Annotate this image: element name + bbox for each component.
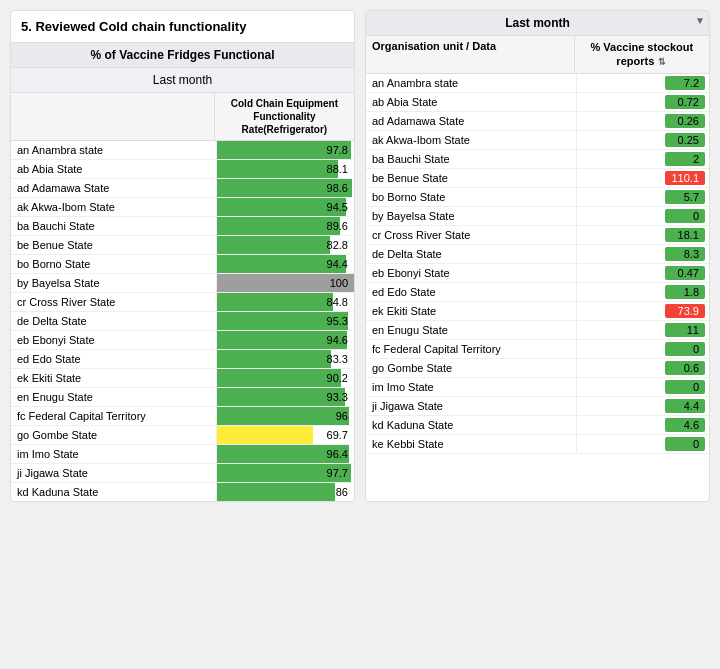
right-period-header: Last month — [366, 11, 709, 36]
value-cell: 5.7 — [577, 188, 709, 206]
org-cell: fc Federal Capital Territory — [366, 340, 577, 358]
value-pill: 73.9 — [665, 304, 705, 318]
bar-value: 98.6 — [221, 182, 350, 194]
org-cell: ek Ekiti State — [366, 302, 577, 320]
value-pill: 11 — [665, 323, 705, 337]
table-row: ed Edo State83.3 — [11, 350, 354, 369]
bar-value: 88.1 — [221, 163, 350, 175]
right-panel: Last month ▼ Organisation unit / Data % … — [365, 10, 710, 502]
value-cell: 86 — [217, 483, 354, 501]
bar-value: 84.8 — [221, 296, 350, 308]
value-pill: 5.7 — [665, 190, 705, 204]
value-pill: 8.3 — [665, 247, 705, 261]
left-data-table: an Anambra state97.8ab Abia State88.1ad … — [11, 141, 354, 501]
table-row: ji Jigawa State97.7 — [11, 464, 354, 483]
table-row: fc Federal Capital Territory0 — [366, 340, 709, 359]
bar-value: 90.2 — [221, 372, 350, 384]
right-org-col-header: Organisation unit / Data — [366, 36, 575, 73]
value-cell: 0.25 — [577, 131, 709, 149]
value-cell: 90.2 — [217, 369, 354, 387]
value-cell: 0 — [577, 378, 709, 396]
bar-value: 94.5 — [221, 201, 350, 213]
org-cell: bo Borno State — [11, 255, 217, 273]
value-cell: 98.6 — [217, 179, 354, 197]
org-cell: an Anambra state — [366, 74, 577, 92]
org-cell: cr Cross River State — [366, 226, 577, 244]
org-cell: ak Akwa-Ibom State — [366, 131, 577, 149]
bar-value: 96 — [221, 410, 350, 422]
table-row: ek Ekiti State90.2 — [11, 369, 354, 388]
org-cell: by Bayelsa State — [11, 274, 217, 292]
org-cell: bo Borno State — [366, 188, 577, 206]
org-cell: be Benue State — [366, 169, 577, 187]
table-row: ad Adamawa State98.6 — [11, 179, 354, 198]
table-row: eb Ebonyi State94.6 — [11, 331, 354, 350]
org-cell: ab Abia State — [366, 93, 577, 111]
org-cell: ji Jigawa State — [366, 397, 577, 415]
value-pill: 0 — [665, 209, 705, 223]
value-cell: 93.3 — [217, 388, 354, 406]
org-cell: be Benue State — [11, 236, 217, 254]
table-row: bo Borno State5.7 — [366, 188, 709, 207]
value-cell: 83.3 — [217, 350, 354, 368]
left-section-header: % of Vaccine Fridges Functional — [11, 43, 354, 68]
table-row: an Anambra state97.8 — [11, 141, 354, 160]
org-cell: cr Cross River State — [11, 293, 217, 311]
left-period-header: Last month — [11, 68, 354, 93]
org-cell: go Gombe State — [366, 359, 577, 377]
value-cell: 0.47 — [577, 264, 709, 282]
table-row: kd Kaduna State86 — [11, 483, 354, 501]
table-row: ak Akwa-Ibom State0.25 — [366, 131, 709, 150]
value-pill: 18.1 — [665, 228, 705, 242]
org-cell: ab Abia State — [11, 160, 217, 178]
table-row: kd Kaduna State4.6 — [366, 416, 709, 435]
dropdown-icon[interactable]: ▼ — [695, 15, 705, 26]
org-cell: im Imo State — [11, 445, 217, 463]
table-row: im Imo State96.4 — [11, 445, 354, 464]
value-pill: 0.25 — [665, 133, 705, 147]
bar-value: 83.3 — [221, 353, 350, 365]
right-sort-icon[interactable]: ⇅ — [657, 57, 667, 69]
value-pill: 0.6 — [665, 361, 705, 375]
value-pill: 1.8 — [665, 285, 705, 299]
value-cell: 73.9 — [577, 302, 709, 320]
org-cell: ke Kebbi State — [366, 435, 577, 453]
org-cell: de Delta State — [11, 312, 217, 330]
bar-value: 95.3 — [221, 315, 350, 327]
table-row: be Benue State110.1 — [366, 169, 709, 188]
value-cell: 94.4 — [217, 255, 354, 273]
org-cell: an Anambra state — [11, 141, 217, 159]
org-cell: kd Kaduna State — [11, 483, 217, 501]
org-cell: eb Ebonyi State — [366, 264, 577, 282]
value-cell: 94.5 — [217, 198, 354, 216]
value-pill: 0 — [665, 342, 705, 356]
value-cell: 69.7 — [217, 426, 354, 444]
left-val-col-header: Cold Chain Equipment Functionality Rate(… — [215, 93, 354, 140]
bar-value: 94.6 — [221, 334, 350, 346]
table-row: cr Cross River State18.1 — [366, 226, 709, 245]
table-row: fc Federal Capital Territory96 — [11, 407, 354, 426]
bar-value: 94.4 — [221, 258, 350, 270]
value-cell: 84.8 — [217, 293, 354, 311]
org-cell: go Gombe State — [11, 426, 217, 444]
bar-value: 100 — [221, 277, 350, 289]
table-row: go Gombe State69.7 — [11, 426, 354, 445]
table-row: eb Ebonyi State0.47 — [366, 264, 709, 283]
bar-value: 82.8 — [221, 239, 350, 251]
left-org-col-header — [11, 93, 215, 140]
org-cell: kd Kaduna State — [366, 416, 577, 434]
org-cell: ek Ekiti State — [11, 369, 217, 387]
org-cell: ed Edo State — [366, 283, 577, 301]
value-cell: 97.8 — [217, 141, 354, 159]
table-row: be Benue State82.8 — [11, 236, 354, 255]
bar-value: 86 — [221, 486, 350, 498]
left-col-headers: Cold Chain Equipment Functionality Rate(… — [11, 93, 354, 141]
org-cell: ed Edo State — [11, 350, 217, 368]
org-cell: en Enugu State — [11, 388, 217, 406]
bar-value: 97.7 — [221, 467, 350, 479]
value-cell: 100 — [217, 274, 354, 292]
table-row: ab Abia State0.72 — [366, 93, 709, 112]
value-cell: 18.1 — [577, 226, 709, 244]
org-cell: im Imo State — [366, 378, 577, 396]
org-cell: ad Adamawa State — [11, 179, 217, 197]
